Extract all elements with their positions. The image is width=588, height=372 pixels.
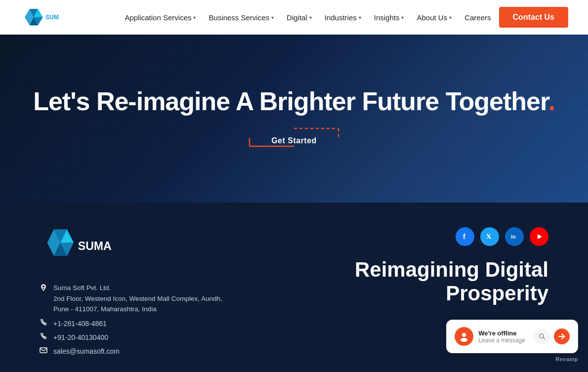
footer-social: f 𝕏 in xyxy=(456,227,548,246)
hero-content: Let's Re-imagine A Brighter Future Toget… xyxy=(13,57,575,180)
footer-tagline-line1: Reimagining Digital xyxy=(355,258,548,282)
social-twitter-button[interactable]: 𝕏 xyxy=(480,227,499,246)
chevron-down-icon: ▾ xyxy=(271,15,274,20)
chevron-down-icon: ▾ xyxy=(449,15,452,20)
nav-label-about-us: About Us xyxy=(417,13,447,22)
svg-text:in: in xyxy=(511,234,516,240)
social-youtube-button[interactable] xyxy=(530,227,548,246)
svg-text:SUMA: SUMA xyxy=(45,14,59,21)
chat-open-button[interactable] xyxy=(554,329,570,344)
nav-item-application-services[interactable]: Application Services ▾ xyxy=(120,9,201,26)
footer-tagline: Reimagining Digital Prosperity xyxy=(355,258,548,306)
nav-item-industries[interactable]: Industries ▾ xyxy=(320,9,366,26)
footer-email[interactable]: sales@sumasoft.com xyxy=(53,347,120,355)
phone-icon-2 xyxy=(40,332,47,342)
chat-message-hint: Leave a message xyxy=(478,337,525,344)
footer-email-row: sales@sumasoft.com xyxy=(40,346,237,356)
nav-label-business-services: Business Services xyxy=(209,13,269,22)
hero-bracket: Get Started xyxy=(259,131,329,150)
nav-item-about-us[interactable]: About Us ▾ xyxy=(412,9,457,26)
footer-company-name: Suma Soft Pvt. Ltd. xyxy=(53,283,237,293)
nav-label-industries: Industries xyxy=(325,13,357,22)
svg-text:SUMA: SUMA xyxy=(78,240,112,252)
location-icon xyxy=(40,284,47,293)
chat-bubble[interactable]: We're offline Leave a message xyxy=(446,320,578,353)
footer-tagline-line2: Prosperity xyxy=(355,282,548,305)
svg-text:f: f xyxy=(463,233,465,241)
svg-rect-17 xyxy=(40,348,47,353)
chevron-down-icon: ▾ xyxy=(309,15,312,20)
nav-label-careers: Careers xyxy=(464,13,491,22)
bracket-decoration xyxy=(245,124,343,150)
svg-point-22 xyxy=(462,333,466,337)
email-icon xyxy=(40,346,47,356)
nav-label-contact: Contact Us xyxy=(513,13,554,22)
nav-item-careers[interactable]: Careers xyxy=(460,9,496,26)
chevron-down-icon: ▾ xyxy=(359,15,361,20)
social-facebook-button[interactable]: f xyxy=(456,227,474,246)
navbar: SUMA Application Services ▾ Business Ser… xyxy=(0,0,588,35)
svg-point-24 xyxy=(540,334,544,338)
hero-title: Let's Re-imagine A Brighter Future Toget… xyxy=(33,87,555,117)
logo[interactable]: SUMA xyxy=(20,4,59,30)
footer-address: 2nd Floor, Westend Icon, Westend Mall Co… xyxy=(53,293,237,315)
svg-text:𝕏: 𝕏 xyxy=(486,233,491,240)
nav-item-contact[interactable]: Contact Us xyxy=(499,7,568,28)
nav-label-digital: Digital xyxy=(287,13,307,22)
footer-phone1[interactable]: +1-281-408-4861 xyxy=(53,320,107,328)
chat-offline-text: We're offline xyxy=(478,330,525,337)
social-linkedin-button[interactable]: in xyxy=(505,227,524,246)
nav-links: Application Services ▾ Business Services… xyxy=(120,7,568,28)
hero-section: Let's Re-imagine A Brighter Future Toget… xyxy=(0,35,588,203)
nav-label-application-services: Application Services xyxy=(125,13,191,22)
nav-item-digital[interactable]: Digital ▾ xyxy=(282,9,317,26)
nav-item-insights[interactable]: Insights ▾ xyxy=(369,9,409,26)
svg-line-25 xyxy=(543,337,545,339)
hero-title-text: Let's Re-imagine A Brighter Future Toget… xyxy=(33,87,548,116)
footer-phone1-row: +1-281-408-4861 xyxy=(40,319,237,329)
footer-address-row: Suma Soft Pvt. Ltd. 2nd Floor, Westend I… xyxy=(40,283,237,315)
footer-phone2-row: +91-20-40130400 xyxy=(40,332,237,342)
footer-logo[interactable]: SUMA xyxy=(40,227,237,269)
chat-text-block: We're offline Leave a message xyxy=(478,330,525,344)
svg-marker-21 xyxy=(538,234,542,239)
svg-point-16 xyxy=(42,285,45,288)
footer-address-block: Suma Soft Pvt. Ltd. 2nd Floor, Westend I… xyxy=(40,283,237,356)
nav-label-insights: Insights xyxy=(374,13,400,22)
svg-point-23 xyxy=(461,338,467,342)
revamp-label: Revamp xyxy=(555,356,578,362)
footer-phone2[interactable]: +91-20-40130400 xyxy=(53,333,108,341)
nav-item-business-services[interactable]: Business Services ▾ xyxy=(204,9,279,26)
footer-left: SUMA Suma Soft Pvt. Ltd. 2nd Floor, West… xyxy=(40,227,237,356)
chat-search-icon xyxy=(534,329,550,344)
hero-title-dot: . xyxy=(548,87,554,116)
footer-right: f 𝕏 in Reimagining Digital Prosperity xyxy=(355,227,548,306)
phone-icon-1 xyxy=(40,319,47,329)
chevron-down-icon: ▾ xyxy=(193,15,196,20)
hero-cta-container: Get Started xyxy=(33,131,555,150)
chevron-down-icon: ▾ xyxy=(401,15,404,20)
chat-widget[interactable]: We're offline Leave a message Revamp xyxy=(446,320,578,362)
chat-avatar-icon xyxy=(455,327,473,346)
